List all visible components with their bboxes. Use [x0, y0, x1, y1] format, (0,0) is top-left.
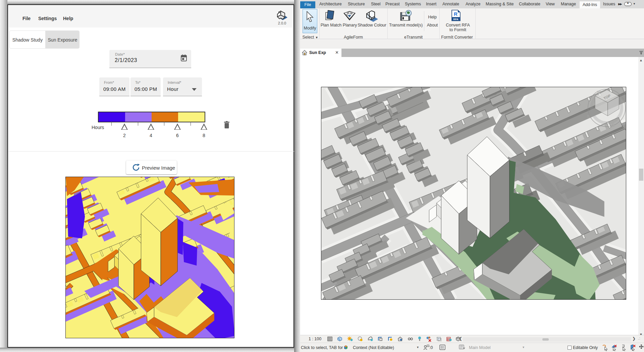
svg-text:R: R	[454, 11, 458, 17]
svg-text:RFA: RFA	[453, 18, 459, 21]
svg-text:W: W	[597, 90, 601, 95]
svg-text:E: E	[612, 123, 615, 128]
svg-text:S: S	[587, 114, 590, 119]
svg-text:N: N	[621, 99, 624, 104]
